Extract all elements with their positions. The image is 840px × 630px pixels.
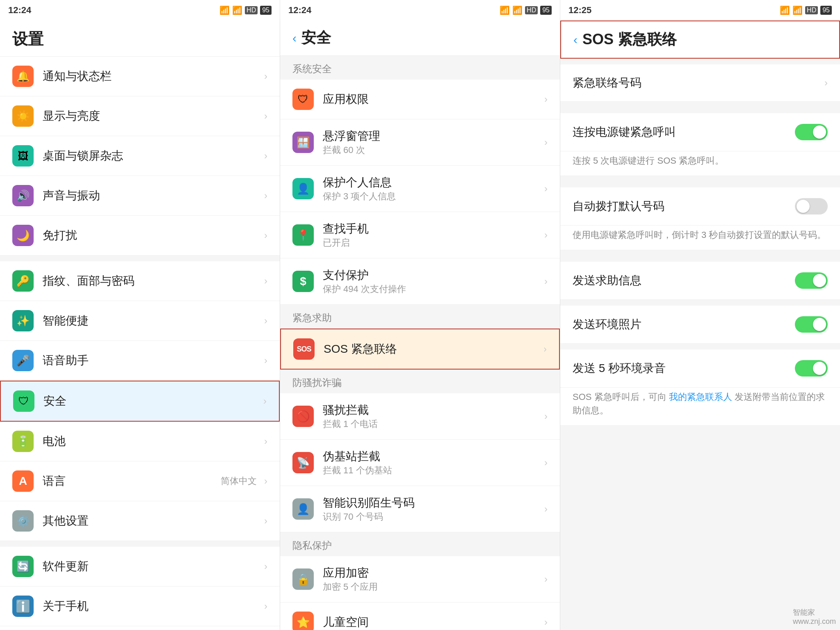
system-security-list: 🛡 应用权限 › 🪟 悬浮窗管理 拦截 60 次 › 👤 保护个人信息 保护 3… <box>280 80 560 305</box>
toggle-knob4 <box>813 318 826 331</box>
chevron-findphone: › <box>544 229 548 241</box>
security-item-permissions[interactable]: 🛡 应用权限 › <box>280 80 560 119</box>
auto-dial-toggle[interactable] <box>795 198 828 215</box>
sos-header-inner: ‹ SOS 紧急联络 <box>561 21 839 58</box>
signal-icon3: 📶 <box>500 5 510 15</box>
settings-item-battery[interactable]: 🔋 电池 › <box>0 422 280 461</box>
chevron-icon10: › <box>264 436 267 447</box>
about-icon: ℹ️ <box>12 596 34 617</box>
identify-icon: 👤 <box>292 498 314 520</box>
send-photo-toggle[interactable] <box>795 316 828 333</box>
chevron-icon5: › <box>264 230 267 241</box>
language-sublabel: 简体中文 <box>221 475 257 487</box>
divider2 <box>0 541 280 547</box>
chevron-icon14: › <box>264 600 267 612</box>
settings-item-language[interactable]: A 语言 简体中文 › <box>0 461 280 501</box>
privacy-icon: 👤 <box>292 178 314 199</box>
privacy-sublabel: 保护 3 项个人信息 <box>323 190 541 203</box>
chevron-icon3: › <box>264 150 267 162</box>
settings-item-dnd[interactable]: 🌙 免打扰 › <box>0 216 280 256</box>
fingerprint-icon: 🔑 <box>12 270 34 292</box>
sos-back-arrow-icon[interactable]: ‹ <box>573 33 578 47</box>
sos-divider2 <box>560 107 840 113</box>
settings-item-update[interactable]: 🔄 软件更新 › <box>0 547 280 587</box>
settings-item-sound[interactable]: 🔊 声音与振动 › <box>0 176 280 216</box>
security-item-applock[interactable]: 🔒 应用加密 加密 5 个应用 › <box>280 556 560 603</box>
back-arrow-icon[interactable]: ‹ <box>292 31 297 45</box>
settings-item-fingerprint[interactable]: 🔑 指纹、面部与密码 › <box>0 261 280 301</box>
settings-item-about[interactable]: ℹ️ 关于手机 › <box>0 587 280 626</box>
sos-section4: 发送求助信息 <box>560 262 840 300</box>
findphone-icon: 📍 <box>292 224 314 246</box>
sos-divider3 <box>560 182 840 187</box>
security-page-title: 安全 <box>301 28 331 48</box>
settings-item-display[interactable]: ☀️ 显示与亮度 › <box>0 96 280 136</box>
sound-icon: 🔊 <box>12 185 34 206</box>
sos-divider1 <box>560 59 840 64</box>
status-bar-panel2: 12:24 📶 📶 HD 95 <box>280 0 560 21</box>
settings-item-security[interactable]: 🛡 安全 › <box>0 381 280 422</box>
settings-title: 设置 <box>0 21 280 57</box>
findphone-label: 查找手机 <box>323 221 541 237</box>
settings-item-voice[interactable]: 🎤 语音助手 › <box>0 341 280 381</box>
settings-item-smart[interactable]: ✨ 智能便捷 › <box>0 301 280 341</box>
sos-label: SOS 紧急联络 <box>324 341 540 357</box>
hd-icon2: HD <box>525 6 538 14</box>
send-audio-toggle[interactable] <box>795 360 828 377</box>
settings-item-cloud[interactable]: ☁️ 云服务 › <box>0 626 280 630</box>
applock-label: 应用加密 <box>323 565 541 581</box>
applock-icon: 🔒 <box>292 568 314 590</box>
security-item-privacy[interactable]: 👤 保护个人信息 保护 3 项个人信息 › <box>280 166 560 212</box>
voice-icon: 🎤 <box>12 350 34 371</box>
language-label: 语言 <box>43 473 221 489</box>
intercept-label: 骚扰拦截 <box>323 402 541 418</box>
desktop-label: 桌面与锁屏杂志 <box>43 148 261 164</box>
signal-icon5: 📶 <box>780 5 790 15</box>
battery-label: 95 <box>260 6 272 15</box>
sos-row-power-key[interactable]: 连按电源键紧急呼叫 <box>560 113 840 151</box>
sos-section3: 自动拨打默认号码 使用电源键紧急呼叫时，倒计时 3 秒自动拨打设置的默认号码。 <box>560 187 840 250</box>
security-item-kids[interactable]: ⭐ 儿童空间 › <box>280 603 560 630</box>
send-help-toggle[interactable] <box>795 272 828 289</box>
notifications-icon: 🔔 <box>12 66 34 87</box>
desktop-icon: 🖼 <box>12 145 34 167</box>
settings-item-notifications[interactable]: 🔔 通知与状态栏 › <box>0 57 280 96</box>
emergency-list: SOS SOS 紧急联络 › <box>280 329 560 370</box>
toggle-knob3 <box>813 274 826 287</box>
security-item-findphone[interactable]: 📍 查找手机 已开启 › <box>280 212 560 258</box>
update-icon: 🔄 <box>12 556 34 577</box>
security-item-payment[interactable]: $ 支付保护 保护 494 次支付操作 › <box>280 258 560 305</box>
status-bar-panel1: 12:24 📶 📶 HD 95 <box>0 0 280 21</box>
settings-item-other[interactable]: ⚙️ 其他设置 › <box>0 501 280 541</box>
update-label: 软件更新 <box>43 559 261 574</box>
payment-label: 支付保护 <box>323 267 541 283</box>
security-item-sos[interactable]: SOS SOS 紧急联络 › <box>280 329 560 370</box>
privacy-protect-list: 🔒 应用加密 加密 5 个应用 › ⭐ 儿童空间 › <box>280 556 560 630</box>
security-label: 安全 <box>43 393 260 409</box>
send-audio-label: 发送 5 秒环境录音 <box>573 361 795 376</box>
settings-item-desktop[interactable]: 🖼 桌面与锁屏杂志 › <box>0 136 280 176</box>
power-key-label: 连按电源键紧急呼叫 <box>573 124 795 140</box>
security-item-identify[interactable]: 👤 智能识别陌生号码 识别 70 个号码 › <box>280 486 560 532</box>
power-key-toggle[interactable] <box>795 124 828 140</box>
auto-dial-desc: 使用电源键紧急呼叫时，倒计时 3 秒自动拨打设置的默认号码。 <box>560 226 840 250</box>
basestation-icon: 📡 <box>292 452 314 473</box>
intercept-icon: 🚫 <box>292 406 314 427</box>
security-item-floating[interactable]: 🪟 悬浮窗管理 拦截 60 次 › <box>280 119 560 166</box>
chevron-icon7: › <box>264 315 267 326</box>
security-item-intercept[interactable]: 🚫 骚扰拦截 拦截 1 个电话 › <box>280 393 560 440</box>
sos-row-send-help[interactable]: 发送求助信息 <box>560 262 840 300</box>
sos-row-send-photo[interactable]: 发送环境照片 <box>560 306 840 344</box>
sos-row-auto-dial[interactable]: 自动拨打默认号码 <box>560 187 840 226</box>
smart-icon: ✨ <box>12 310 34 331</box>
chevron-applock: › <box>544 573 548 585</box>
power-key-desc: 连按 5 次电源键进行 SOS 紧急呼叫。 <box>560 151 840 176</box>
emergency-contacts-link[interactable]: 我的紧急联系人 <box>669 392 732 402</box>
send-photo-label: 发送环境照片 <box>573 317 795 332</box>
sos-row-send-audio[interactable]: 发送 5 秒环境录音 <box>560 349 840 388</box>
notifications-label: 通知与状态栏 <box>43 68 261 84</box>
sos-row-emergency-number[interactable]: 紧急联络号码 › <box>560 64 840 102</box>
security-item-basestation[interactable]: 📡 伪基站拦截 拦截 11 个伪基站 › <box>280 440 560 486</box>
chevron-icon: › <box>264 71 267 82</box>
chevron-privacy: › <box>544 183 548 194</box>
